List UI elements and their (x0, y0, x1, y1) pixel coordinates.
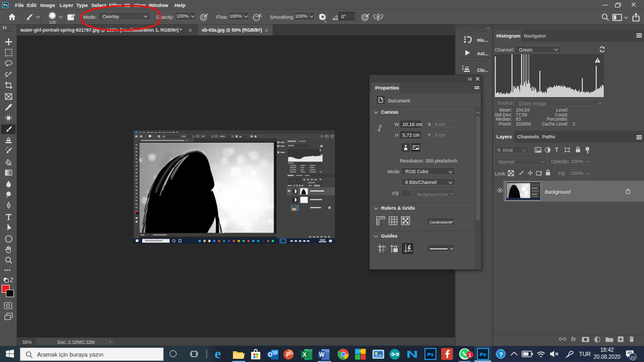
svg-text:X: X (303, 351, 306, 358)
svg-text:W: W (319, 351, 325, 358)
svg-text:P: P (286, 351, 290, 358)
svg-text:Ps: Ps (427, 351, 434, 357)
svg-text:Ps: Ps (3, 3, 8, 7)
svg-text:O: O (268, 351, 272, 358)
svg-text:Ps: Ps (480, 351, 486, 357)
